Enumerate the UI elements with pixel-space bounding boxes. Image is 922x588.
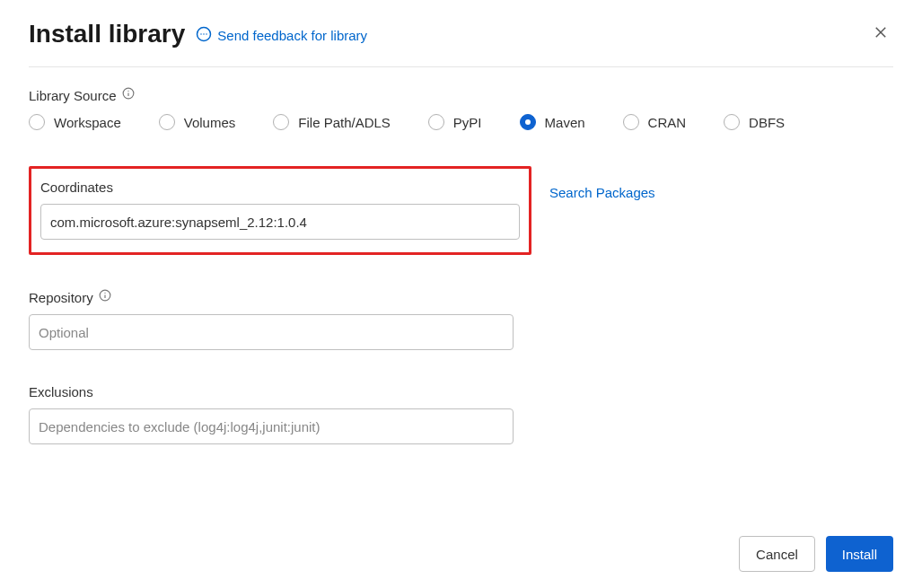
radio-label: DBFS bbox=[749, 115, 785, 130]
svg-point-1 bbox=[201, 33, 203, 35]
install-library-dialog: Install library Send feedback for librar… bbox=[0, 0, 922, 473]
radio-indicator bbox=[29, 114, 45, 130]
library-source-radios: Workspace Volumes File Path/ADLS PyPI Ma… bbox=[29, 114, 893, 130]
exclusions-input[interactable] bbox=[29, 408, 514, 444]
radio-label: Maven bbox=[545, 115, 585, 130]
radio-pypi[interactable]: PyPI bbox=[428, 114, 482, 130]
coordinates-input[interactable] bbox=[40, 204, 520, 240]
radio-indicator bbox=[623, 114, 639, 130]
search-packages-link[interactable]: Search Packages bbox=[549, 185, 655, 200]
dialog-footer: Cancel Install bbox=[739, 536, 893, 572]
radio-indicator bbox=[428, 114, 444, 130]
cancel-button[interactable]: Cancel bbox=[739, 536, 815, 572]
radio-indicator bbox=[159, 114, 175, 130]
radio-maven[interactable]: Maven bbox=[520, 114, 585, 130]
radio-label: PyPI bbox=[453, 115, 482, 130]
radio-dbfs[interactable]: DBFS bbox=[724, 114, 785, 130]
dialog-title: Install library bbox=[29, 20, 185, 48]
dialog-header: Install library Send feedback for librar… bbox=[29, 20, 893, 67]
svg-point-11 bbox=[104, 293, 105, 294]
info-icon[interactable] bbox=[99, 289, 111, 305]
repository-label-row: Repository bbox=[29, 289, 893, 305]
radio-label: CRAN bbox=[648, 115, 687, 130]
radio-indicator bbox=[520, 114, 536, 130]
feedback-icon bbox=[196, 26, 212, 45]
repository-block: Repository bbox=[29, 289, 893, 350]
repository-label: Repository bbox=[29, 290, 93, 305]
radio-cran[interactable]: CRAN bbox=[623, 114, 687, 130]
exclusions-label: Exclusions bbox=[29, 384, 893, 399]
close-icon bbox=[873, 24, 889, 45]
radio-label: Workspace bbox=[54, 115, 121, 130]
library-source-label-row: Library Source bbox=[29, 87, 893, 103]
radio-file-path[interactable]: File Path/ADLS bbox=[273, 114, 391, 130]
coordinates-label: Coordinates bbox=[40, 180, 520, 195]
repository-input[interactable] bbox=[29, 314, 514, 350]
install-button[interactable]: Install bbox=[826, 536, 893, 572]
header-left: Install library Send feedback for librar… bbox=[29, 20, 367, 48]
exclusions-block: Exclusions bbox=[29, 384, 893, 444]
coordinates-highlight-box: Coordinates bbox=[29, 166, 531, 255]
radio-indicator bbox=[724, 114, 740, 130]
radio-workspace[interactable]: Workspace bbox=[29, 114, 121, 130]
radio-label: File Path/ADLS bbox=[298, 115, 391, 130]
library-source-label: Library Source bbox=[29, 88, 117, 103]
svg-point-8 bbox=[127, 91, 128, 92]
radio-indicator bbox=[273, 114, 289, 130]
close-button[interactable] bbox=[868, 22, 893, 47]
feedback-link[interactable]: Send feedback for library bbox=[196, 26, 367, 45]
coordinates-row: Coordinates Search Packages bbox=[29, 130, 893, 255]
info-icon[interactable] bbox=[122, 87, 135, 103]
radio-volumes[interactable]: Volumes bbox=[159, 114, 236, 130]
radio-label: Volumes bbox=[184, 115, 236, 130]
svg-point-3 bbox=[206, 33, 208, 35]
feedback-link-label: Send feedback for library bbox=[217, 28, 367, 43]
svg-point-2 bbox=[204, 33, 206, 35]
